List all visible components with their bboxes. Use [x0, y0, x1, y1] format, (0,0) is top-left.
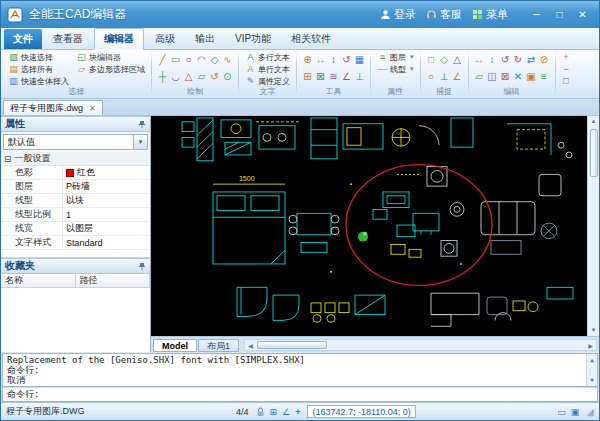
- close-button[interactable]: ✕: [572, 7, 593, 23]
- property-row-lineweight[interactable]: 线宽 以图层: [1, 222, 150, 236]
- selection-circle[interactable]: [346, 165, 492, 286]
- edit-tool-icon[interactable]: ↻: [512, 51, 525, 68]
- snap-tool-icon[interactable]: ◇: [438, 51, 451, 68]
- favorites-column-name[interactable]: 名称: [1, 274, 76, 287]
- customer-service-button[interactable]: 客服: [426, 7, 462, 22]
- edit-tool-icon[interactable]: ≡: [538, 68, 551, 85]
- tool-icon[interactable]: ↔: [314, 51, 327, 68]
- minimize-button[interactable]: ─: [526, 7, 547, 23]
- property-value[interactable]: 以块: [63, 194, 150, 207]
- cad-canvas[interactable]: 1500: [151, 116, 587, 336]
- zoom-tool-icon[interactable]: +: [560, 51, 573, 63]
- lock-icon[interactable]: [256, 407, 265, 417]
- resize-grip[interactable]: ◢: [586, 406, 594, 417]
- edit-tool-icon[interactable]: ✕: [512, 68, 525, 85]
- vertical-scroll-thumb[interactable]: [590, 129, 598, 177]
- layout-view-icon[interactable]: ▭: [557, 407, 566, 417]
- property-value[interactable]: 红色: [63, 166, 150, 179]
- dropdown-caret-icon[interactable]: ▾: [133, 135, 147, 149]
- collapse-icon[interactable]: ⊟: [4, 154, 12, 164]
- tool-icon[interactable]: ⊥: [353, 68, 366, 85]
- login-button[interactable]: 登录: [380, 7, 416, 22]
- crosshair-icon[interactable]: +: [295, 407, 300, 417]
- scroll-up-icon[interactable]: ▲: [591, 116, 597, 127]
- tab-advanced[interactable]: 高级: [146, 29, 184, 49]
- scroll-left-icon[interactable]: ◀: [245, 342, 256, 349]
- edit-tool-icon[interactable]: ↔: [473, 51, 486, 68]
- draw-tool-icon[interactable]: ↺: [208, 68, 221, 85]
- edit-tool-icon[interactable]: ↺: [499, 51, 512, 68]
- edit-tool-icon[interactable]: ◫: [486, 68, 499, 85]
- property-value[interactable]: Standard: [63, 236, 150, 249]
- tool-icon[interactable]: ▦: [353, 51, 366, 68]
- tool-icon[interactable]: ⊠: [314, 68, 327, 85]
- snap-tool-icon[interactable]: ○: [425, 68, 438, 85]
- ribbon-dropdown-button[interactable]: —线型▾: [375, 63, 416, 75]
- edit-tool-icon[interactable]: ⊠: [499, 68, 512, 85]
- property-row-text-style[interactable]: 文字样式 Standard: [1, 236, 150, 250]
- favorites-list-area[interactable]: [1, 288, 150, 352]
- tab-layout1[interactable]: 布局1: [198, 339, 239, 352]
- tool-icon[interactable]: ↕: [327, 51, 340, 68]
- ribbon-dropdown-button[interactable]: ≡图层▾: [375, 51, 416, 63]
- snap-tool-icon[interactable]: ⊥: [438, 68, 451, 85]
- tool-icon[interactable]: ∠: [340, 68, 353, 85]
- tab-viewer[interactable]: 查看器: [44, 29, 92, 49]
- horizontal-scroll-thumb[interactable]: [257, 341, 327, 349]
- tool-icon[interactable]: ≋: [327, 68, 340, 85]
- property-row-layer[interactable]: 图层 P砖墙: [1, 180, 150, 194]
- document-tab[interactable]: 程子专用图库.dwg ✕: [3, 100, 103, 115]
- preset-dropdown[interactable]: 默认值 ▾: [3, 134, 148, 150]
- vertical-scrollbar[interactable]: ▲ ▼: [587, 116, 599, 336]
- ribbon-button[interactable]: ◱块编辑器: [74, 51, 147, 63]
- ribbon-button[interactable]: ▧快速选择: [6, 51, 71, 63]
- tab-related-software[interactable]: 相关软件: [282, 29, 340, 49]
- draw-tool-icon[interactable]: ○: [182, 51, 195, 68]
- zoom-tool-icon[interactable]: □: [560, 75, 573, 87]
- draw-tool-icon[interactable]: △: [182, 68, 195, 85]
- property-value[interactable]: P砖墙: [63, 180, 150, 193]
- draw-tool-icon[interactable]: ∿: [221, 51, 234, 68]
- ribbon-button[interactable]: ▱多边形选择区域: [74, 63, 147, 75]
- scroll-right-icon[interactable]: ▶: [585, 342, 596, 349]
- pin-icon[interactable]: [138, 120, 146, 129]
- ribbon-button[interactable]: ▥快速全体择入: [6, 75, 71, 87]
- draw-tool-icon[interactable]: ◠: [195, 51, 208, 68]
- draw-tool-icon[interactable]: ┼: [156, 68, 169, 85]
- property-value[interactable]: 1: [63, 208, 150, 221]
- grid-snap-icon[interactable]: ⊞: [270, 407, 278, 417]
- property-row-color[interactable]: 色彩 红色: [1, 166, 150, 180]
- pin-icon[interactable]: [138, 262, 146, 271]
- menu-button[interactable]: 菜单: [472, 7, 508, 22]
- scroll-down-icon[interactable]: ▼: [591, 325, 597, 336]
- draw-tool-icon[interactable]: ⊙: [221, 68, 234, 85]
- draw-tool-icon[interactable]: ▭: [169, 51, 182, 68]
- draw-tool-icon[interactable]: ◡: [169, 68, 182, 85]
- angle-snap-icon[interactable]: ∠: [282, 407, 290, 417]
- scroll-down-icon[interactable]: ▼: [590, 375, 594, 385]
- ribbon-button[interactable]: ▤选择所有: [6, 63, 71, 75]
- property-value[interactable]: 以图层: [63, 222, 150, 235]
- favorites-column-path[interactable]: 路径: [76, 274, 151, 287]
- property-category-row[interactable]: ⊟ 一般设置: [1, 152, 150, 166]
- edit-tool-icon[interactable]: ▱: [473, 68, 486, 85]
- fullscreen-icon[interactable]: ▣: [571, 407, 580, 417]
- command-input[interactable]: [39, 389, 593, 400]
- property-row-linetype[interactable]: 线型 以块: [1, 194, 150, 208]
- ribbon-button[interactable]: A单行文本: [243, 63, 292, 75]
- tab-output[interactable]: 输出: [186, 29, 224, 49]
- zoom-tool-icon[interactable]: −: [560, 63, 573, 75]
- command-history[interactable]: Replacement of the [Geniso.SHX] font wit…: [2, 353, 598, 387]
- tab-vip[interactable]: VIP功能: [226, 29, 280, 49]
- tab-file[interactable]: 文件: [4, 29, 42, 49]
- scroll-up-icon[interactable]: ▲: [590, 355, 594, 365]
- snap-tool-icon[interactable]: □: [425, 51, 438, 68]
- edit-tool-icon[interactable]: ↕: [486, 51, 499, 68]
- ribbon-button[interactable]: A多行文本: [243, 51, 292, 63]
- draw-tool-icon[interactable]: ▱: [195, 68, 208, 85]
- snap-tool-icon[interactable]: ∠: [451, 68, 464, 85]
- horizontal-scrollbar[interactable]: ◀ ▶: [244, 339, 597, 351]
- draw-tool-icon[interactable]: ╱: [156, 51, 169, 68]
- tool-icon[interactable]: ⊕: [301, 51, 314, 68]
- close-document-icon[interactable]: ✕: [89, 104, 96, 113]
